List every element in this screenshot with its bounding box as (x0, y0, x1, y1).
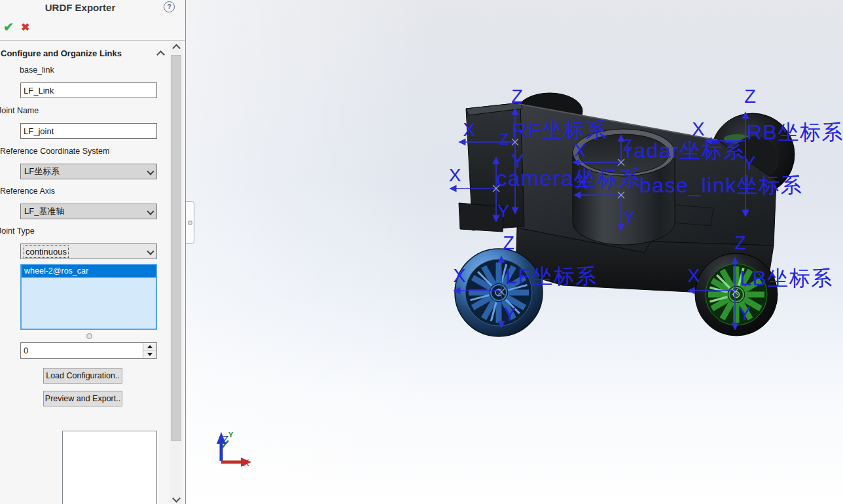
spinner-buttons (143, 343, 156, 358)
camera-z-letter: Z (499, 131, 509, 148)
base-link-y-letter: Y (623, 207, 636, 227)
frame-label-radar[interactable]: radar坐标系 (626, 139, 745, 162)
panel-splitter[interactable] (186, 201, 194, 244)
triangle-down-icon (147, 353, 152, 356)
rb-z-letter: Z (744, 86, 756, 107)
ref-coord-select[interactable]: LF坐标系 (20, 164, 157, 179)
joint-type-value: continuous (24, 246, 68, 257)
selection-listbox[interactable]: wheel-2@ros_car (20, 264, 157, 330)
link-tree[interactable]: base_link RF_Link LF_Link Empty_Link Emp… (62, 431, 157, 504)
lf-x-letter: X (453, 265, 465, 286)
spinner-up-button[interactable] (143, 343, 156, 351)
lb-x-letter: X (687, 265, 700, 286)
lf-z-letter: Z (503, 232, 514, 253)
value-spinner (20, 342, 157, 359)
section-collapse-icon[interactable] (156, 50, 165, 59)
radar-x-letter: X (574, 140, 586, 160)
chevron-up-icon (172, 44, 181, 52)
lf-y-letter: Y (503, 304, 516, 325)
scrollbar-thumb[interactable] (171, 55, 181, 441)
joint-name-input[interactable] (20, 123, 157, 139)
frame-label-rf[interactable]: RF坐标系 (512, 118, 607, 142)
frame-label-lf[interactable]: LF坐标系 (505, 264, 598, 288)
splitter-grip-icon (188, 221, 192, 225)
ref-axis-value: LF_基准轴 (24, 206, 64, 217)
spinner-input[interactable] (21, 343, 140, 358)
chevron-down-icon (147, 247, 154, 255)
joint-name-label: Joint Name (0, 106, 39, 115)
header-divider (0, 40, 185, 41)
link-name-input[interactable] (20, 82, 157, 98)
frame-label-rb[interactable]: RB坐标系 (747, 120, 843, 144)
panel-scrollbar[interactable] (170, 43, 183, 504)
ref-coord-value: LF坐标系 (24, 166, 60, 177)
lb-wheel[interactable] (695, 253, 778, 336)
joint-type-label: Joint Type (0, 226, 35, 236)
joint-type-select[interactable]: continuous (20, 243, 157, 259)
triad-z-label: Z (223, 433, 228, 444)
scrollbar-up-button[interactable] (170, 43, 183, 54)
load-configuration-button[interactable]: Load Configuration.. (43, 368, 122, 384)
chevron-down-icon (172, 494, 181, 503)
origin-triad: Y Z X (217, 431, 251, 468)
listbox-resize-grip-icon[interactable] (86, 333, 92, 339)
confirm-icon[interactable]: ✔ (3, 20, 14, 35)
help-icon[interactable]: ? (164, 1, 175, 12)
chevron-down-icon (147, 207, 154, 215)
rb-x-letter: X (692, 118, 704, 139)
link-label: base_link (20, 65, 54, 75)
spinner-down-button[interactable] (143, 351, 156, 358)
rf-x-letter: X (463, 119, 475, 140)
urdf-exporter-panel: URDF Exporter ? ✔ ✖ Configure and Organi… (0, 0, 185, 504)
panel-divider (185, 0, 186, 504)
lb-z-letter: Z (734, 232, 746, 253)
frame-label-camera[interactable]: camera坐标系 (496, 166, 642, 190)
list-item-selected[interactable]: wheel-2@ros_car (22, 265, 156, 278)
chevron-down-icon (147, 168, 154, 175)
rf-z-letter: Z (511, 86, 523, 107)
solidworks-window: Z X Y Z X Y Z X Z X Y X Y Z X Y Z X Y RF… (0, 0, 843, 504)
lb-y-letter: Y (738, 303, 751, 324)
ref-axis-select[interactable]: LF_基准轴 (20, 204, 157, 219)
lf-wheel-selected[interactable] (455, 249, 543, 336)
panel-title: URDF Exporter (0, 2, 160, 13)
camera-y-letter: Y (497, 201, 510, 221)
triad-x-label: X (243, 457, 249, 468)
triad-y-label: Y (228, 431, 234, 439)
frame-label-lb[interactable]: LB坐标系 (740, 266, 833, 290)
triangle-up-icon (147, 345, 152, 348)
section-header[interactable]: Configure and Organize Links (1, 48, 122, 58)
camera-x-letter: X (449, 165, 461, 185)
scrollbar-down-button[interactable] (170, 493, 183, 504)
ref-coord-label: Reference Coordinate System (0, 147, 109, 156)
preview-export-button[interactable]: Preview and Export.. (43, 391, 122, 406)
cancel-icon[interactable]: ✖ (21, 21, 29, 33)
frame-label-base-link[interactable]: base_link坐标系 (639, 173, 802, 197)
ref-axis-label: Reference Axis (0, 187, 55, 196)
